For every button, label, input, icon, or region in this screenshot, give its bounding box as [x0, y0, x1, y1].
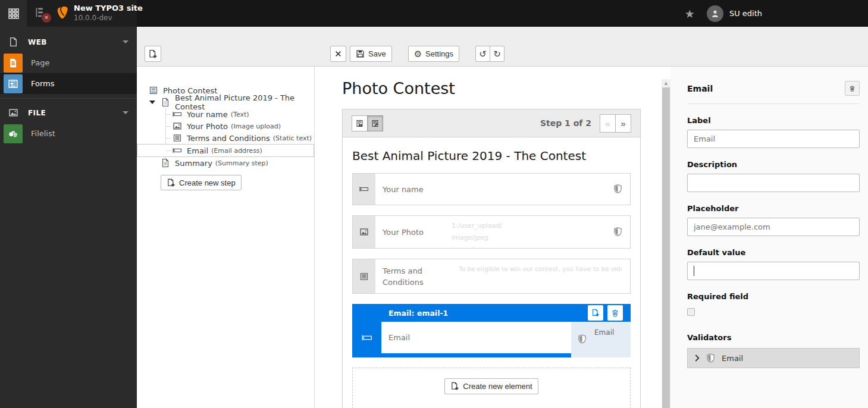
- avatar[interactable]: [707, 5, 723, 22]
- undo-button[interactable]: ↺: [475, 46, 490, 62]
- close-button[interactable]: [330, 46, 346, 62]
- element-label: Email: [388, 333, 410, 342]
- tree-item-label: Your name: [187, 110, 228, 119]
- module-menu-toggle-button[interactable]: [0, 0, 27, 27]
- site-info: New TYPO3 site 10.0.0-dev: [74, 4, 143, 23]
- save-button-label: Save: [368, 49, 386, 58]
- page-module-icon: [4, 54, 23, 73]
- validators-label: Validators: [687, 333, 860, 342]
- element-icon-cell: [353, 259, 375, 293]
- tree-item-your-photo[interactable]: Your Photo (Image upload): [137, 120, 314, 132]
- element-body: Your name: [375, 174, 630, 205]
- validator-collapsible-email[interactable]: Email: [687, 348, 860, 368]
- form-icon: [149, 86, 158, 95]
- doc-plus-icon: [450, 382, 459, 391]
- create-element-after-button[interactable]: [588, 305, 603, 321]
- default-value-input[interactable]: [687, 262, 860, 280]
- pagetree-hidden-badge: ×: [41, 12, 52, 23]
- selected-element-content: Email Email: [352, 322, 631, 357]
- next-step-button[interactable]: »: [615, 114, 631, 133]
- chevron-down-icon: [123, 40, 129, 43]
- topbar-left-section: × New TYPO3 site 10.0.0-dev: [27, 0, 137, 27]
- placeholder-input[interactable]: [687, 218, 860, 236]
- sidebar-item-forms[interactable]: Forms: [0, 73, 137, 94]
- form-element-your-photo[interactable]: Your Photo 1:/user_upload/ image/jpeg im…: [352, 215, 631, 249]
- create-new-element-button[interactable]: Create new element: [444, 378, 538, 394]
- previous-step-button[interactable]: «: [600, 114, 616, 133]
- preview-mode-button[interactable]: [352, 115, 368, 131]
- description-input[interactable]: [687, 174, 860, 192]
- save-button[interactable]: Save: [350, 46, 392, 62]
- site-version: 10.0.0-dev: [74, 13, 143, 23]
- form-structure-tree: Photo Contest Best Animal Picture 2019 -…: [137, 67, 315, 408]
- form-preview-panel: Step 1 of 2 « » Best Animal Picture 2019…: [342, 109, 641, 408]
- placeholder-field-wrap: [687, 218, 860, 236]
- settings-button-label: Settings: [425, 49, 453, 58]
- tree-item-summary[interactable]: Summary (Summary step): [137, 157, 314, 169]
- required-checkbox[interactable]: [687, 308, 695, 316]
- element-label: Terms and Conditions: [383, 265, 437, 288]
- sidebar-item-page[interactable]: Page: [0, 52, 137, 73]
- form-element-your-name[interactable]: Your name: [352, 173, 631, 205]
- settings-button[interactable]: ⚙ Settings: [408, 46, 459, 62]
- bookmark-star-icon[interactable]: ★: [685, 7, 695, 20]
- sidebar-item-filelist[interactable]: Filelist: [0, 123, 137, 144]
- form-element-terms[interactable]: Terms and Conditions To be eligible to w…: [352, 259, 631, 294]
- form-editor-stage: Photo Contest Step 1 of 2 « » Best Anima…: [315, 67, 662, 408]
- site-name: New TYPO3 site: [74, 4, 143, 13]
- caret-down-icon[interactable]: [149, 101, 155, 104]
- module-menu: WEB Page Forms FILE Filelist: [0, 27, 137, 408]
- module-group-web[interactable]: WEB: [0, 32, 137, 52]
- module-group-file[interactable]: FILE: [0, 102, 137, 123]
- tree-item-terms[interactable]: Terms and Conditions (Static text): [137, 132, 314, 144]
- inspector-divider: [687, 103, 860, 104]
- close-icon: [335, 51, 341, 57]
- label-input[interactable]: [687, 130, 860, 148]
- chevron-right-icon: [695, 354, 700, 362]
- tree-item-step[interactable]: Best Animal Picture 2019 - The Contest: [137, 96, 314, 108]
- required-field-label: Required field: [687, 292, 860, 301]
- floppy-icon: [356, 49, 365, 58]
- username[interactable]: SU edith: [729, 9, 762, 18]
- toolbar-center-group: Save ⚙ Settings ↺ ↻: [330, 46, 504, 62]
- tree-item-your-name[interactable]: Your name (Text): [137, 108, 314, 120]
- scrollbar-thumb[interactable]: [662, 87, 670, 408]
- module-menu-divider: [0, 98, 137, 99]
- tree-item-type: (Email address): [211, 147, 262, 155]
- undo-redo-group: ↺ ↻: [475, 46, 504, 62]
- text-field-icon: [173, 109, 182, 119]
- create-new-step-button[interactable]: Create new step: [161, 175, 242, 190]
- validator-badge-label: Email: [594, 328, 614, 337]
- summary-step-icon: [161, 158, 170, 168]
- typo3-logo-icon[interactable]: [54, 5, 70, 21]
- validator-shield-icon: [613, 184, 622, 194]
- tree-item-label: Terms and Conditions: [187, 134, 270, 143]
- tree-item-type: (Static text): [273, 134, 312, 142]
- stage-header: Step 1 of 2 « »: [343, 109, 640, 137]
- tree-item-type: (Summary step): [215, 159, 268, 167]
- tree-item-type: (Image upload): [231, 123, 281, 130]
- text-field-icon: [173, 146, 182, 155]
- selected-element-title: Email: email-1: [388, 309, 448, 318]
- typo3-backend: × New TYPO3 site 10.0.0-dev ★ SU edith W…: [0, 0, 868, 408]
- element-icon-cell: [353, 216, 375, 248]
- selected-element-header: Email: email-1: [352, 304, 631, 322]
- image-icon: [173, 121, 182, 131]
- edit-mode-button[interactable]: [367, 115, 383, 131]
- create-new-form-button[interactable]: [145, 46, 161, 62]
- scrollbar-up-arrow[interactable]: ▲: [662, 79, 670, 87]
- inspector-delete-button[interactable]: [845, 81, 860, 96]
- delete-element-button[interactable]: [607, 305, 623, 321]
- element-body: Terms and Conditions To be eligible to w…: [375, 259, 630, 293]
- text-cursor: [694, 266, 694, 276]
- docheader-toolbar: Save ⚙ Settings ↺ ↻: [137, 27, 868, 67]
- validator-shield-icon: [613, 227, 622, 237]
- tree-item-email-selected[interactable]: Email (Email address): [137, 144, 314, 157]
- forms-module-icon: [4, 74, 23, 93]
- create-new-step-label: Create new step: [179, 178, 236, 187]
- label-field-label: Label: [687, 116, 860, 125]
- form-element-email-selected[interactable]: Email: email-1 Email Email: [352, 304, 631, 357]
- description-field-label: Description: [687, 160, 860, 169]
- stage-scrollbar[interactable]: ▲: [662, 79, 670, 408]
- redo-button[interactable]: ↻: [490, 46, 504, 62]
